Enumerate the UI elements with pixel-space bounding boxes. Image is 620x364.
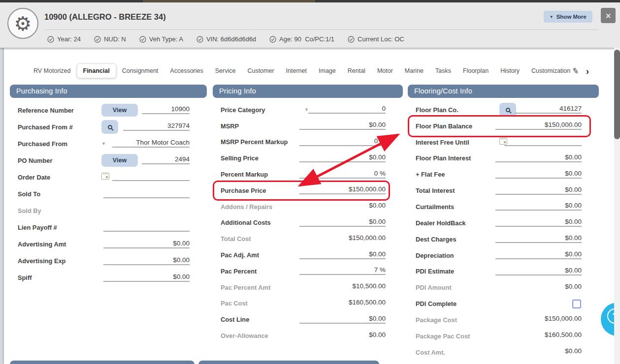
field-value[interactable]: 0	[308, 105, 386, 114]
tab-history[interactable]: History	[494, 64, 525, 78]
field-label: Selling Price	[221, 154, 259, 162]
scrollbar-thumb[interactable]	[614, 50, 620, 139]
field-label: Curtailments	[416, 203, 454, 211]
field-value: $0.00	[299, 331, 386, 339]
search-button[interactable]	[499, 103, 516, 117]
field-value[interactable]: $0.00	[103, 256, 190, 265]
flooring-cost-info-panel: Flooring/Cost Info Floor Plan Co.416127F…	[408, 85, 599, 361]
field-value[interactable]: $150,000.00	[495, 121, 582, 130]
tab-accessories[interactable]: Accessories	[164, 64, 209, 78]
tab-rental[interactable]: Rental	[342, 64, 371, 78]
field-row: PDI Estimate$0.00	[408, 263, 599, 279]
field-value[interactable]	[504, 137, 582, 146]
field-value[interactable]: $0.00	[103, 273, 190, 282]
edit-tabs-pencil-icon[interactable]: ✎	[572, 65, 580, 76]
pdi-complete-checkbox[interactable]	[572, 300, 581, 308]
field-row: Advertising Exp$0.00	[10, 253, 207, 270]
calendar-icon[interactable]	[101, 173, 109, 182]
field-value[interactable]: Thor Motor Coach	[112, 139, 190, 148]
field-value[interactable]: 327974	[123, 122, 190, 131]
field-label: PO Number	[18, 157, 52, 164]
field-value[interactable]: 416127	[515, 105, 582, 114]
check-circle-icon	[269, 36, 276, 43]
tab-internet[interactable]: Internet	[280, 64, 313, 78]
tab-service[interactable]: Service	[209, 64, 242, 78]
field-row: PDI Amount$0.00	[408, 279, 599, 296]
tab-financial[interactable]: Financial	[77, 63, 116, 78]
field-value[interactable]: $0.00	[299, 121, 386, 130]
field-value[interactable]: 2494	[142, 155, 190, 164]
panel-header: Purchasing Info	[10, 85, 207, 98]
field-value[interactable]: $0.00	[299, 153, 386, 162]
field-row: Addons / Repairs$0.00	[213, 199, 403, 215]
status-badge: Age: 90 Co/PC:1/1	[269, 35, 334, 43]
field-row: Pac Adj. Amt$0.00	[213, 247, 403, 263]
field-value[interactable]: $0.00	[299, 250, 386, 259]
field-value[interactable]	[103, 222, 190, 231]
field-value[interactable]: $0.00	[495, 266, 582, 275]
tab-floorplan[interactable]: Floorplan	[457, 64, 494, 78]
field-value[interactable]: $0.00	[495, 218, 582, 227]
field-value[interactable]: 0 %	[299, 169, 386, 178]
field-value[interactable]: $150,000.00	[299, 185, 386, 194]
scrollbar-track[interactable]	[614, 48, 620, 364]
view-button[interactable]: View	[101, 154, 138, 167]
field-value[interactable]: 0 %	[299, 137, 386, 146]
field-value[interactable]: $0.00	[495, 234, 582, 243]
field-label: Reference Number	[18, 107, 74, 114]
field-value: $0.00	[495, 282, 582, 291]
field-label: Lien Payoff #	[18, 224, 57, 231]
field-label: Purchased From	[18, 140, 67, 148]
purchasing-info-panel: Purchasing Info Reference NumberView1090…	[10, 85, 207, 286]
field-value[interactable]: 10900	[142, 105, 190, 114]
field-value[interactable]: $0.00	[103, 239, 190, 248]
show-more-button[interactable]: ▼ Show More	[544, 11, 592, 23]
field-row: Cost Line$0.00	[213, 311, 403, 328]
field-label: Purchase Price	[221, 187, 266, 194]
search-button[interactable]	[101, 120, 118, 134]
tab-customer[interactable]: Customer	[241, 64, 280, 78]
field-value: $160,500.00	[299, 299, 386, 307]
field-label: PDI Complete	[416, 300, 457, 307]
tabs-scroll-right-chevron-icon[interactable]: ›	[586, 66, 589, 76]
content-card: RV Motorized Financial Consignment Acces…	[4, 48, 614, 364]
field-value[interactable]: $0.00	[299, 218, 386, 227]
tab-motor[interactable]: Motor	[371, 64, 399, 78]
field-label: Spiff	[18, 274, 32, 281]
field-value[interactable]: $0.00	[495, 169, 582, 178]
field-label: Depreciation	[416, 252, 454, 259]
field-label: Purchased From #	[18, 123, 73, 131]
tab-customization[interactable]: Customization	[525, 64, 576, 78]
field-value[interactable]	[112, 172, 190, 181]
field-value[interactable]: $0.00	[495, 185, 582, 194]
tab-tasks[interactable]: Tasks	[429, 64, 457, 78]
field-label: Percent Markup	[221, 171, 268, 178]
tab-image[interactable]: Image	[313, 64, 342, 78]
tab-marine[interactable]: Marine	[399, 64, 429, 78]
field-row: Depreciation$0.00	[408, 247, 599, 264]
status-badge: Current Loc: OC	[348, 35, 404, 43]
field-label: Price Category	[221, 106, 265, 114]
tab-rv-motorized[interactable]: RV Motorized	[28, 64, 77, 78]
cropped-panel-header	[10, 361, 195, 364]
field-row: Interest Free Until	[408, 134, 599, 151]
field-value[interactable]: $0.00	[495, 153, 582, 162]
close-button[interactable]: ×	[601, 8, 616, 23]
view-button[interactable]: View	[101, 104, 138, 117]
field-row: Purchase Price$150,000.00	[213, 182, 403, 199]
field-value[interactable]	[103, 189, 190, 198]
dropdown-caret-icon[interactable]: ▼	[101, 141, 106, 146]
field-value[interactable]: $0.00	[495, 202, 582, 211]
tab-consignment[interactable]: Consignment	[116, 64, 164, 78]
field-value[interactable]: $0.00	[299, 314, 386, 323]
field-value[interactable]: 7 %	[299, 266, 386, 275]
panel-header: Flooring/Cost Info	[408, 85, 599, 98]
field-row: Reference NumberView10900	[10, 102, 207, 119]
field-row: + Flat Fee$0.00	[408, 166, 599, 182]
field-row: Percent Markup0 %	[213, 166, 403, 182]
field-value[interactable]: $0.00	[495, 250, 582, 259]
field-label: Cost Line	[221, 316, 249, 323]
field-row: Lien Payoff #	[10, 219, 207, 236]
status-badge: NUD: N	[94, 35, 126, 43]
check-circle-icon	[139, 36, 146, 43]
